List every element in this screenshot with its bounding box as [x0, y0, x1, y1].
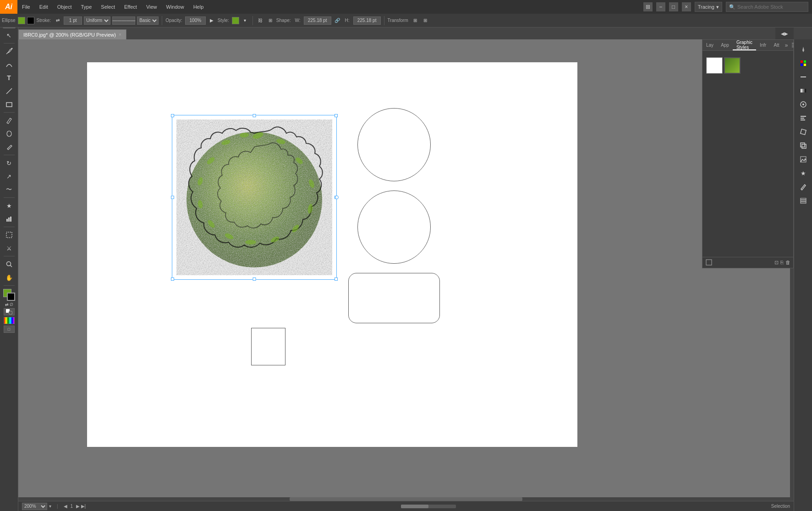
stroke-swatch[interactable]: [27, 17, 34, 24]
panel-tab-layers[interactable]: Lay: [702, 40, 717, 50]
last-page-btn[interactable]: ▶|: [81, 504, 86, 509]
pathfinder-btn[interactable]: [797, 139, 810, 152]
transform-panel-btn[interactable]: [797, 125, 810, 138]
color-btn[interactable]: [797, 43, 810, 56]
circle-shape-2[interactable]: [357, 190, 431, 264]
menu-help[interactable]: Help: [189, 0, 208, 14]
style-swatch-default[interactable]: [706, 57, 723, 74]
menu-effect[interactable]: Effect: [120, 0, 142, 14]
style-select[interactable]: Basic: [137, 16, 159, 25]
menu-view[interactable]: View: [142, 0, 162, 14]
type-tool[interactable]: T: [3, 71, 16, 84]
artboard-tool[interactable]: [3, 228, 16, 241]
search-input[interactable]: [737, 4, 805, 10]
style-swatch[interactable]: [232, 17, 239, 24]
menu-object[interactable]: Object: [53, 0, 77, 14]
zoom-down-btn[interactable]: ▾: [49, 504, 51, 509]
horizontal-scrollbar[interactable]: [18, 497, 794, 501]
pen-tool[interactable]: [3, 45, 16, 58]
handle-br[interactable]: [335, 277, 338, 281]
warp-tool[interactable]: 〜: [3, 183, 16, 196]
panel-delete-icon[interactable]: 🗑: [785, 260, 790, 266]
graph-tool[interactable]: [3, 212, 16, 225]
layers-btn[interactable]: [797, 194, 810, 207]
stroke-type-select[interactable]: Uniform: [84, 16, 110, 25]
symbol-panel-btn[interactable]: ★: [797, 167, 810, 179]
screen-mode-icon[interactable]: □: [4, 326, 15, 333]
prev-page-btn[interactable]: ◀: [64, 504, 67, 509]
more-icon[interactable]: ⊞: [421, 16, 429, 25]
pencil-tool[interactable]: [3, 114, 16, 127]
blob-brush-tool[interactable]: [3, 127, 16, 140]
panel-layers-icon[interactable]: [705, 259, 713, 267]
style-dropdown-icon[interactable]: ▾: [241, 16, 249, 25]
scale-tool[interactable]: ↗: [3, 170, 16, 183]
brushes-btn[interactable]: [797, 180, 810, 193]
handle-tl[interactable]: [171, 114, 174, 117]
nav-next-btn[interactable]: ▶: [785, 31, 788, 36]
direct-selection-tool[interactable]: ↖: [3, 29, 16, 42]
circle-shape-1[interactable]: [357, 108, 431, 181]
slice-tool[interactable]: ⚔: [3, 242, 16, 255]
lock-icon[interactable]: 🔗: [333, 16, 341, 25]
zoom-tool[interactable]: [3, 258, 16, 271]
width-input[interactable]: 225.18 pt: [304, 16, 331, 25]
panel-tab-graphic-styles[interactable]: Graphic Styles: [733, 40, 756, 50]
stroke-weight-input[interactable]: 1 pt: [64, 16, 82, 25]
handle-bc[interactable]: [253, 277, 256, 281]
handle-tc[interactable]: [253, 114, 256, 117]
height-input[interactable]: 225.18 pt: [353, 16, 381, 25]
close-btn[interactable]: ×: [682, 2, 691, 11]
menu-edit[interactable]: Edit: [35, 0, 53, 14]
align-panel-btn[interactable]: [797, 112, 810, 125]
menu-window[interactable]: Window: [162, 0, 189, 14]
document-tab[interactable]: I8RC0.jpg* @ 200% (RGB/GPU Preview) ×: [18, 29, 126, 39]
zoom-select[interactable]: 200% 100% 150% 300% 50%: [22, 503, 47, 510]
workspace-selector[interactable]: Tracing ▾: [695, 2, 722, 12]
handle-bl[interactable]: [171, 277, 174, 281]
arrange-windows-btn[interactable]: ⊞: [643, 2, 653, 11]
hand-tool[interactable]: ✋: [3, 271, 16, 284]
panel-tab-appearance[interactable]: App: [717, 40, 733, 50]
line-tool[interactable]: [3, 85, 16, 98]
shape-tool[interactable]: [3, 98, 16, 111]
rotate-tool[interactable]: ↻: [3, 157, 16, 169]
menu-type[interactable]: Type: [77, 0, 97, 14]
small-rect-shape[interactable]: [251, 328, 285, 365]
panel-expand-icon[interactable]: »: [783, 42, 790, 49]
max-btn[interactable]: □: [669, 2, 678, 11]
transform-icon[interactable]: ⊞: [411, 16, 419, 25]
stroke-panel-btn[interactable]: [797, 71, 810, 83]
stroke-color-swatch[interactable]: [7, 293, 15, 301]
align-icon[interactable]: ⊞: [266, 16, 274, 25]
panel-copy-icon[interactable]: ⎘: [780, 260, 784, 266]
menu-file[interactable]: File: [17, 0, 35, 14]
image-trace-btn[interactable]: [797, 153, 810, 166]
next-page-btn[interactable]: ▶: [76, 504, 80, 509]
panel-tab-info[interactable]: Infr: [756, 40, 770, 50]
color-picker-icon[interactable]: [4, 317, 15, 324]
min-btn[interactable]: −: [656, 2, 665, 11]
selected-ellipse-container[interactable]: [172, 115, 337, 280]
eraser-tool[interactable]: [3, 141, 16, 153]
rounded-rect-shape[interactable]: [348, 273, 440, 323]
swatches-btn[interactable]: [797, 57, 810, 70]
opacity-input[interactable]: 100%: [185, 16, 206, 25]
menu-select[interactable]: Select: [96, 0, 120, 14]
appearance-btn[interactable]: [797, 98, 810, 111]
gradient-btn[interactable]: [797, 84, 810, 97]
swap-colors-icon[interactable]: ⇄: [5, 302, 9, 307]
fill-swatch[interactable]: [18, 17, 25, 24]
link-icon[interactable]: ⛓: [256, 16, 264, 25]
panel-new-icon[interactable]: ⊡: [774, 260, 779, 266]
expand-icon[interactable]: ▶: [208, 16, 216, 25]
handle-ml[interactable]: [171, 196, 174, 199]
h-scroll-thumb[interactable]: [290, 497, 522, 501]
nav-prev-btn[interactable]: ◀: [781, 31, 785, 36]
panel-tab-attribs[interactable]: Att: [770, 40, 783, 50]
symbol-tool[interactable]: ★: [3, 199, 16, 212]
tab-close-btn[interactable]: ×: [119, 32, 121, 37]
tree-blob[interactable]: [176, 120, 332, 275]
none-color-icon[interactable]: ∅: [10, 302, 13, 307]
style-swatch-green[interactable]: [724, 57, 741, 74]
